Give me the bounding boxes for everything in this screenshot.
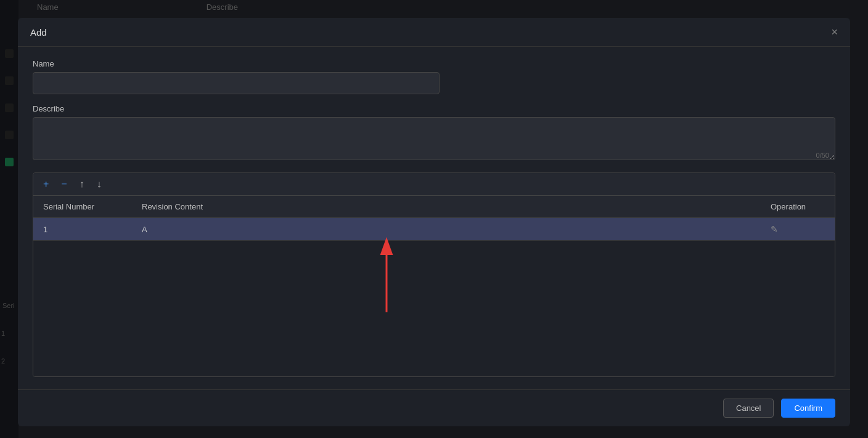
confirm-button[interactable]: Confirm [781, 399, 835, 418]
cell-serial: 1 [33, 218, 132, 241]
move-down-button[interactable]: ↓ [94, 178, 104, 190]
edit-icon[interactable]: ✎ [771, 224, 778, 234]
move-up-button[interactable]: ↑ [77, 178, 87, 190]
name-input[interactable] [33, 72, 440, 94]
modal-footer: Cancel Confirm [18, 389, 850, 426]
describe-wrapper: 0/50 [33, 117, 835, 163]
table-header: Serial Number Revision Content Operation [33, 196, 835, 218]
table-row[interactable]: 1 A ✎ [33, 218, 835, 241]
modal-title: Add [30, 27, 47, 38]
col-content: Revision Content [132, 196, 761, 218]
describe-field-group: Describe 0/50 [33, 104, 835, 163]
cell-content: A [132, 218, 761, 241]
table-toolbar: + − ↑ ↓ [33, 173, 835, 196]
revision-table: Serial Number Revision Content Operation… [33, 196, 835, 241]
add-modal: Add × Name Describe 0/50 [18, 18, 850, 426]
col-serial: Serial Number [33, 196, 132, 218]
describe-counter: 0/50 [816, 152, 829, 159]
remove-row-button[interactable]: − [59, 178, 69, 190]
modal-body: Name Describe 0/50 + − ↑ ↓ [18, 47, 850, 389]
describe-input[interactable] [33, 117, 835, 160]
name-label: Name [33, 59, 835, 68]
cell-operation: ✎ [761, 218, 835, 241]
add-row-button[interactable]: + [41, 178, 51, 190]
cancel-button[interactable]: Cancel [723, 399, 774, 418]
modal-overlay: Add × Name Describe 0/50 [0, 0, 868, 438]
name-field-group: Name [33, 59, 835, 94]
table-empty-area [33, 241, 835, 376]
describe-label: Describe [33, 104, 835, 113]
close-button[interactable]: × [831, 26, 838, 38]
table-body: 1 A ✎ [33, 218, 835, 241]
modal-header: Add × [18, 18, 850, 47]
table-section: + − ↑ ↓ Serial Number Revision Content O… [33, 172, 835, 377]
col-operation: Operation [761, 196, 835, 218]
